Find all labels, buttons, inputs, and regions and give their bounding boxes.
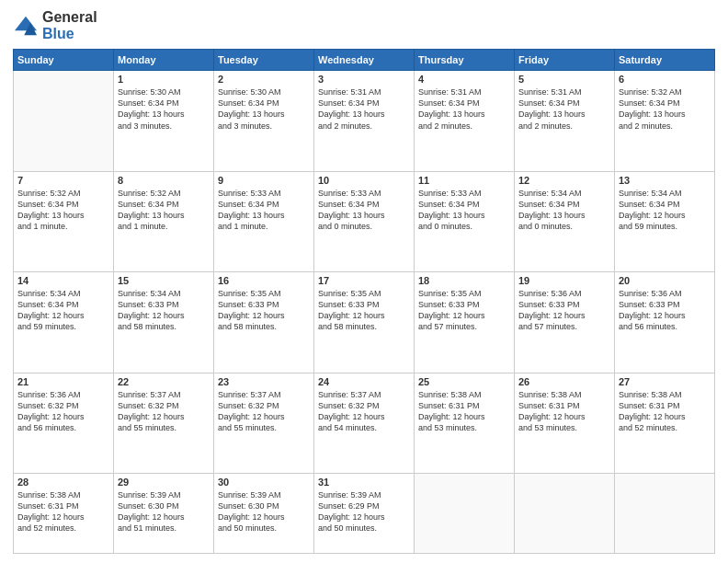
- day-number: 7: [17, 175, 109, 186]
- calendar-cell: 31Sunrise: 5:39 AMSunset: 6:29 PMDayligh…: [314, 473, 415, 553]
- calendar-week-5: 28Sunrise: 5:38 AMSunset: 6:31 PMDayligh…: [14, 473, 715, 553]
- day-number: 10: [318, 175, 410, 186]
- day-info: Sunrise: 5:31 AMSunset: 6:34 PMDaylight:…: [418, 86, 510, 132]
- calendar-cell: 3Sunrise: 5:31 AMSunset: 6:34 PMDaylight…: [314, 71, 415, 171]
- weekday-header-row: SundayMondayTuesdayWednesdayThursdayFrid…: [14, 50, 715, 71]
- svg-marker-0: [15, 16, 37, 29]
- calendar-cell: 24Sunrise: 5:37 AMSunset: 6:32 PMDayligh…: [314, 373, 415, 473]
- calendar-cell: 4Sunrise: 5:31 AMSunset: 6:34 PMDaylight…: [415, 71, 515, 171]
- day-info: Sunrise: 5:37 AMSunset: 6:32 PMDaylight:…: [118, 389, 210, 434]
- calendar-cell: 2Sunrise: 5:30 AMSunset: 6:34 PMDaylight…: [214, 71, 314, 171]
- day-info: Sunrise: 5:38 AMSunset: 6:31 PMDaylight:…: [418, 389, 510, 434]
- calendar-cell: [515, 473, 615, 553]
- day-info: Sunrise: 5:32 AMSunset: 6:34 PMDaylight:…: [118, 188, 210, 233]
- calendar-week-2: 7Sunrise: 5:32 AMSunset: 6:34 PMDaylight…: [14, 171, 715, 271]
- day-info: Sunrise: 5:39 AMSunset: 6:30 PMDaylight:…: [118, 489, 210, 534]
- calendar-cell: 23Sunrise: 5:37 AMSunset: 6:32 PMDayligh…: [214, 373, 314, 473]
- calendar-cell: 6Sunrise: 5:32 AMSunset: 6:34 PMDaylight…: [615, 71, 715, 171]
- day-number: 11: [418, 175, 510, 186]
- day-info: Sunrise: 5:36 AMSunset: 6:33 PMDaylight:…: [518, 288, 610, 333]
- calendar-cell: 30Sunrise: 5:39 AMSunset: 6:30 PMDayligh…: [214, 473, 314, 553]
- day-info: Sunrise: 5:39 AMSunset: 6:30 PMDaylight:…: [218, 489, 310, 534]
- day-number: 26: [518, 376, 610, 387]
- weekday-header-sunday: Sunday: [14, 50, 114, 71]
- day-info: Sunrise: 5:38 AMSunset: 6:31 PMDaylight:…: [619, 389, 711, 434]
- day-number: 2: [218, 74, 310, 85]
- calendar-cell: 25Sunrise: 5:38 AMSunset: 6:31 PMDayligh…: [415, 373, 515, 473]
- weekday-header-thursday: Thursday: [415, 50, 515, 71]
- day-number: 5: [518, 74, 610, 85]
- calendar-cell: 17Sunrise: 5:35 AMSunset: 6:33 PMDayligh…: [314, 272, 415, 373]
- day-info: Sunrise: 5:35 AMSunset: 6:33 PMDaylight:…: [318, 288, 410, 333]
- header: General Blue: [13, 9, 715, 41]
- calendar-cell: [615, 473, 715, 553]
- logo-icon: [13, 15, 39, 37]
- day-info: Sunrise: 5:33 AMSunset: 6:34 PMDaylight:…: [218, 188, 310, 233]
- day-info: Sunrise: 5:36 AMSunset: 6:32 PMDaylight:…: [17, 389, 109, 434]
- day-info: Sunrise: 5:36 AMSunset: 6:33 PMDaylight:…: [619, 288, 711, 333]
- day-info: Sunrise: 5:30 AMSunset: 6:34 PMDaylight:…: [218, 86, 310, 132]
- day-number: 31: [318, 477, 410, 488]
- day-number: 25: [418, 376, 510, 387]
- day-number: 4: [418, 74, 510, 85]
- day-info: Sunrise: 5:38 AMSunset: 6:31 PMDaylight:…: [518, 389, 610, 434]
- calendar-cell: 12Sunrise: 5:34 AMSunset: 6:34 PMDayligh…: [515, 171, 615, 271]
- weekday-header-saturday: Saturday: [615, 50, 715, 71]
- day-number: 1: [118, 74, 210, 85]
- calendar-cell: 10Sunrise: 5:33 AMSunset: 6:34 PMDayligh…: [314, 171, 415, 271]
- day-number: 23: [218, 376, 310, 387]
- calendar-week-3: 14Sunrise: 5:34 AMSunset: 6:34 PMDayligh…: [14, 272, 715, 373]
- calendar-cell: 28Sunrise: 5:38 AMSunset: 6:31 PMDayligh…: [14, 473, 114, 553]
- day-number: 17: [318, 275, 410, 286]
- calendar-cell: 16Sunrise: 5:35 AMSunset: 6:33 PMDayligh…: [214, 272, 314, 373]
- calendar-cell: 5Sunrise: 5:31 AMSunset: 6:34 PMDaylight…: [515, 71, 615, 171]
- calendar-cell: 29Sunrise: 5:39 AMSunset: 6:30 PMDayligh…: [114, 473, 214, 553]
- day-number: 14: [17, 275, 109, 286]
- calendar-cell: 11Sunrise: 5:33 AMSunset: 6:34 PMDayligh…: [415, 171, 515, 271]
- day-info: Sunrise: 5:35 AMSunset: 6:33 PMDaylight:…: [418, 288, 510, 333]
- day-number: 16: [218, 275, 310, 286]
- weekday-header-friday: Friday: [515, 50, 615, 71]
- calendar-cell: 9Sunrise: 5:33 AMSunset: 6:34 PMDaylight…: [214, 171, 314, 271]
- day-number: 19: [518, 275, 610, 286]
- day-number: 29: [118, 477, 210, 488]
- day-number: 27: [619, 376, 711, 387]
- calendar-cell: [14, 71, 114, 171]
- calendar-cell: 21Sunrise: 5:36 AMSunset: 6:32 PMDayligh…: [14, 373, 114, 473]
- logo: General Blue: [13, 9, 97, 41]
- day-number: 8: [118, 175, 210, 186]
- day-number: 9: [218, 175, 310, 186]
- calendar-week-1: 1Sunrise: 5:30 AMSunset: 6:34 PMDaylight…: [14, 71, 715, 171]
- weekday-header-wednesday: Wednesday: [314, 50, 415, 71]
- day-info: Sunrise: 5:39 AMSunset: 6:29 PMDaylight:…: [318, 489, 410, 534]
- page: General Blue SundayMondayTuesdayWednesda…: [0, 0, 728, 563]
- day-number: 21: [17, 376, 109, 387]
- day-number: 22: [118, 376, 210, 387]
- day-info: Sunrise: 5:34 AMSunset: 6:33 PMDaylight:…: [118, 288, 210, 333]
- day-info: Sunrise: 5:34 AMSunset: 6:34 PMDaylight:…: [518, 188, 610, 233]
- day-number: 20: [619, 275, 711, 286]
- day-number: 30: [218, 477, 310, 488]
- calendar-cell: 18Sunrise: 5:35 AMSunset: 6:33 PMDayligh…: [415, 272, 515, 373]
- day-number: 13: [619, 175, 711, 186]
- calendar-cell: 13Sunrise: 5:34 AMSunset: 6:34 PMDayligh…: [615, 171, 715, 271]
- calendar-cell: 14Sunrise: 5:34 AMSunset: 6:34 PMDayligh…: [14, 272, 114, 373]
- day-number: 6: [619, 74, 711, 85]
- calendar-cell: [415, 473, 515, 553]
- day-info: Sunrise: 5:37 AMSunset: 6:32 PMDaylight:…: [318, 389, 410, 434]
- logo-text: General Blue: [42, 9, 97, 41]
- calendar-cell: 15Sunrise: 5:34 AMSunset: 6:33 PMDayligh…: [114, 272, 214, 373]
- day-info: Sunrise: 5:30 AMSunset: 6:34 PMDaylight:…: [118, 86, 210, 132]
- weekday-header-tuesday: Tuesday: [214, 50, 314, 71]
- calendar-cell: 20Sunrise: 5:36 AMSunset: 6:33 PMDayligh…: [615, 272, 715, 373]
- day-info: Sunrise: 5:35 AMSunset: 6:33 PMDaylight:…: [218, 288, 310, 333]
- day-number: 24: [318, 376, 410, 387]
- calendar-cell: 7Sunrise: 5:32 AMSunset: 6:34 PMDaylight…: [14, 171, 114, 271]
- day-info: Sunrise: 5:33 AMSunset: 6:34 PMDaylight:…: [418, 188, 510, 233]
- day-info: Sunrise: 5:32 AMSunset: 6:34 PMDaylight:…: [619, 86, 711, 132]
- calendar-cell: 1Sunrise: 5:30 AMSunset: 6:34 PMDaylight…: [114, 71, 214, 171]
- calendar-cell: 26Sunrise: 5:38 AMSunset: 6:31 PMDayligh…: [515, 373, 615, 473]
- day-number: 3: [318, 74, 410, 85]
- day-info: Sunrise: 5:38 AMSunset: 6:31 PMDaylight:…: [17, 489, 109, 534]
- day-info: Sunrise: 5:34 AMSunset: 6:34 PMDaylight:…: [17, 288, 109, 333]
